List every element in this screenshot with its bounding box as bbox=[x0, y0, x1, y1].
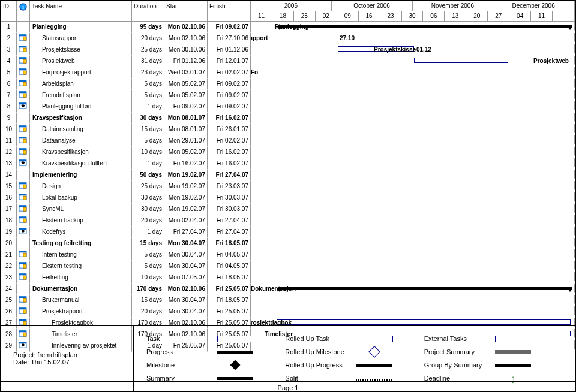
gantt-cell bbox=[251, 101, 575, 110]
cell-id: 20 bbox=[1, 238, 17, 249]
cell-id: 21 bbox=[1, 249, 17, 261]
cell-dt2: Fri 16.02.07 bbox=[208, 147, 251, 158]
cell-name: Planlegging bbox=[30, 22, 132, 33]
header-row: ID i Task Name Duration Start Finish 200… bbox=[1, 1, 575, 22]
cell-dur: 1 day bbox=[132, 158, 164, 170]
col-start: Start bbox=[164, 1, 208, 21]
svg-rect-37 bbox=[23, 185, 26, 188]
svg-rect-4 bbox=[23, 37, 26, 40]
task-row: 10Datainnsamling15 daysMon 08.01.07Fri 2… bbox=[1, 124, 575, 135]
task-row: 20Testing og feilretting15 daysMon 30.04… bbox=[1, 238, 575, 249]
cell-dur: 20 days bbox=[132, 33, 164, 44]
cell-name: Fremdriftsplan bbox=[30, 90, 132, 101]
cell-dt: Mon 19.02.07 bbox=[164, 204, 208, 215]
cell-id: 25 bbox=[1, 295, 17, 306]
cell-dt2: Fri 27.04.07 bbox=[208, 215, 251, 227]
legend-label: External Tasks bbox=[424, 335, 490, 342]
cell-ico bbox=[17, 204, 30, 215]
legend-label: Rolled Up Task bbox=[285, 335, 351, 342]
col-id: ID bbox=[1, 1, 17, 21]
task-icon bbox=[19, 147, 27, 155]
task-row: 14Implementering50 daysMon 19.02.07Fri 2… bbox=[1, 170, 575, 181]
legend-swatch bbox=[217, 351, 253, 354]
cell-dt2: Fri 04.05.07 bbox=[208, 249, 251, 261]
cell-dt: Mon 02.04.07 bbox=[164, 215, 208, 227]
svg-rect-55 bbox=[23, 264, 26, 268]
cell-ico bbox=[17, 215, 30, 227]
day-header: 11 bbox=[251, 11, 272, 21]
legend-item: Group By Summary bbox=[424, 358, 563, 372]
cell-id: 9 bbox=[1, 113, 17, 124]
cell-dt2: Fri 12.01.07 bbox=[208, 56, 251, 67]
cell-name: Ekstern backup bbox=[30, 215, 132, 227]
cell-ico bbox=[17, 113, 30, 124]
cell-name: Lokal backup bbox=[30, 192, 132, 204]
cell-dt2: Fri 02.02.07 bbox=[208, 67, 251, 79]
cell-dt: Mon 08.01.07 bbox=[164, 113, 208, 124]
cell-dur: 50 days bbox=[132, 170, 164, 181]
cell-ico bbox=[17, 249, 30, 261]
day-header: 20 bbox=[466, 11, 488, 21]
cell-dt: Mon 05.02.07 bbox=[164, 147, 208, 158]
task-row: 26Prosjektrapport20 daysMon 30.04.07Fri … bbox=[1, 306, 575, 318]
task-row: 7Fremdriftsplan5 daysMon 05.02.07Fri 09.… bbox=[1, 90, 575, 101]
cell-dt2: Fri 09.02.07 bbox=[208, 90, 251, 101]
cell-dur: 30 days bbox=[132, 113, 164, 124]
task-icon bbox=[19, 193, 27, 200]
cell-dur: 5 days bbox=[132, 79, 164, 90]
col-dur: Duration bbox=[132, 1, 164, 21]
svg-rect-12 bbox=[19, 69, 26, 71]
gantt-cell: Planlegging bbox=[251, 22, 575, 31]
cell-id: 6 bbox=[1, 79, 17, 90]
svg-rect-58 bbox=[23, 276, 26, 279]
cell-id: 8 bbox=[1, 101, 17, 113]
cell-dt: Fri 16.02.07 bbox=[164, 158, 208, 170]
cell-dt2: Fri 16.02.07 bbox=[208, 158, 251, 170]
day-header: 16 bbox=[359, 11, 380, 21]
task-icon bbox=[19, 216, 27, 223]
cell-name: Prosjektweb bbox=[30, 56, 132, 67]
day-header: 11 bbox=[531, 11, 553, 21]
cell-ico bbox=[17, 272, 30, 284]
task-icon bbox=[19, 227, 27, 234]
day-header: 13 bbox=[445, 11, 466, 21]
project-label: Project: fremdriftsplan bbox=[13, 351, 133, 358]
gantt-cell bbox=[251, 227, 575, 236]
cell-dur: 25 days bbox=[132, 44, 164, 56]
cell-id: 4 bbox=[1, 56, 17, 67]
cell-id: 2 bbox=[1, 33, 17, 44]
cell-ico bbox=[17, 56, 30, 67]
svg-rect-6 bbox=[19, 46, 26, 48]
cell-id: 16 bbox=[1, 192, 17, 204]
cell-dt2: Fri 02.02.07 bbox=[208, 135, 251, 147]
cell-dur: 5 days bbox=[132, 90, 164, 101]
col-task: Task Name bbox=[30, 1, 132, 21]
timeline-header: 2006October 2006November 2006December 20… bbox=[251, 1, 575, 21]
cell-id: 26 bbox=[1, 306, 17, 318]
cell-name: Planlegging fullført bbox=[30, 101, 132, 113]
task-row: 12Kravspesifikasjon10 daysMon 05.02.07Fr… bbox=[1, 147, 575, 158]
day-header: 09 bbox=[337, 11, 359, 21]
cell-id: 19 bbox=[1, 227, 17, 238]
task-icon bbox=[19, 250, 27, 257]
day-header bbox=[553, 11, 574, 21]
legend-item: Milestone bbox=[146, 358, 285, 372]
task-icon bbox=[19, 284, 27, 291]
task-row: 3Prosjektskisse25 daysMon 30.10.06Fri 01… bbox=[1, 44, 575, 56]
cell-dur: 23 days bbox=[132, 67, 164, 79]
task-icon bbox=[19, 204, 27, 212]
cell-dt: Fri 01.12.06 bbox=[164, 56, 208, 67]
cell-name: Dataanalyse bbox=[30, 135, 132, 147]
gantt-cell bbox=[251, 113, 575, 122]
gantt-cell: Prosjektweb bbox=[251, 56, 575, 65]
legend-item: Progress bbox=[146, 345, 285, 358]
cell-ico bbox=[17, 295, 30, 306]
task-icon bbox=[19, 295, 27, 303]
svg-rect-52 bbox=[23, 253, 26, 257]
cell-ico bbox=[17, 170, 30, 181]
cell-dt2: Fri 23.03.07 bbox=[208, 181, 251, 192]
cell-id: 1 bbox=[1, 22, 17, 33]
cell-ico bbox=[17, 101, 30, 113]
cell-id: 23 bbox=[1, 272, 17, 284]
cell-dt: Fri 09.02.07 bbox=[164, 101, 208, 113]
